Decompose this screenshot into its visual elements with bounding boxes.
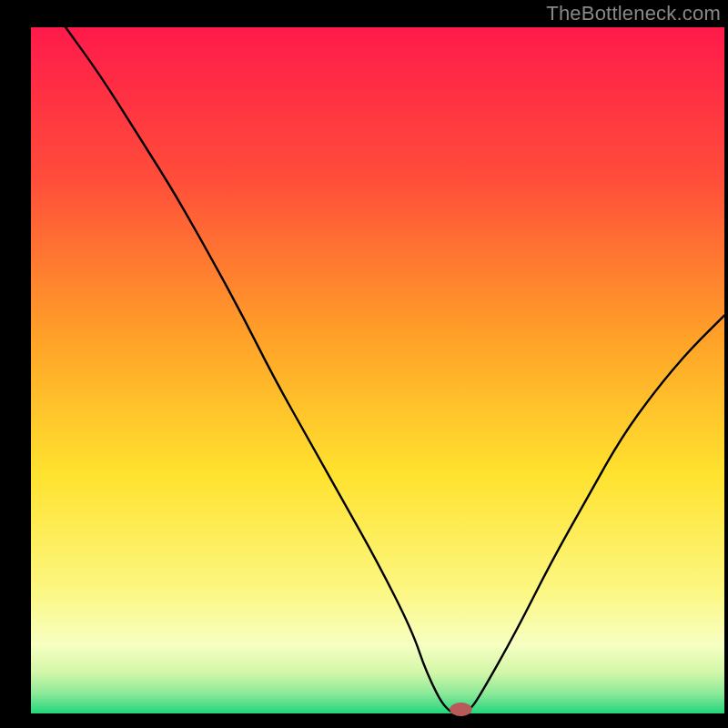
minimum-marker: [450, 703, 471, 716]
chart-container: TheBottleneck.com: [0, 0, 728, 728]
bottleneck-chart: [0, 0, 728, 728]
